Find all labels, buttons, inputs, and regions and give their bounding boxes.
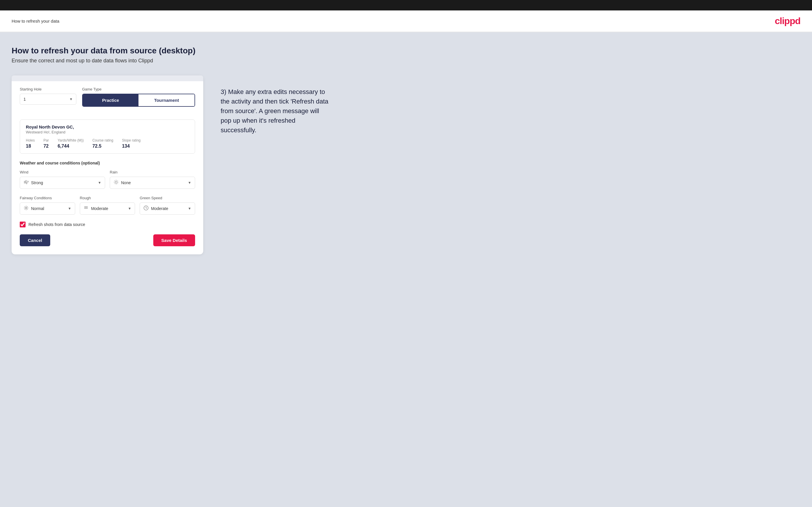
game-type-group: Game Type Practice Tournament xyxy=(82,87,195,107)
refresh-checkbox-label: Refresh shots from data source xyxy=(29,222,85,227)
side-text-content: 3) Make any extra edits necessary to the… xyxy=(221,87,331,135)
wind-icon xyxy=(23,179,29,186)
wind-value: Strong xyxy=(31,180,98,185)
top-form-row: Starting Hole 1 2 10 ▼ Game Type Practic… xyxy=(20,87,195,113)
rain-icon xyxy=(113,179,119,186)
course-rating-label: Course rating xyxy=(92,138,113,143)
rain-value: None xyxy=(121,180,188,185)
practice-button[interactable]: Practice xyxy=(83,94,139,106)
course-location: Westward Ho!, England xyxy=(26,130,189,134)
starting-hole-label: Starting Hole xyxy=(20,87,77,91)
rain-group: Rain None ▼ xyxy=(110,170,195,189)
wind-chevron-icon: ▼ xyxy=(98,181,101,185)
slope-rating-stat: Slope rating 134 xyxy=(122,138,141,149)
fairway-label: Fairway Conditions xyxy=(20,196,75,200)
tournament-button[interactable]: Tournament xyxy=(139,94,195,106)
holes-stat: Holes 18 xyxy=(26,138,35,149)
wind-rain-row: Wind Strong ▼ Rain No xyxy=(20,170,195,189)
card-stub xyxy=(12,75,203,81)
fairway-icon xyxy=(23,205,29,212)
holes-label: Holes xyxy=(26,138,35,143)
fairway-group: Fairway Conditions Normal ▼ xyxy=(20,196,75,215)
refresh-checkbox[interactable] xyxy=(20,222,26,227)
header-title: How to refresh your data xyxy=(12,18,59,23)
starting-hole-select-wrapper: 1 2 10 ▼ xyxy=(20,94,77,105)
par-label: Par xyxy=(44,138,49,143)
course-info-card: Royal North Devon GC, Westward Ho!, Engl… xyxy=(20,119,195,154)
green-speed-chevron-icon: ▼ xyxy=(188,207,191,211)
rough-icon xyxy=(84,205,89,212)
conditions-3-row: Fairway Conditions Normal ▼ Rough xyxy=(20,196,195,215)
svg-point-0 xyxy=(115,181,117,183)
yards-label: Yards/White (M)) xyxy=(57,138,84,143)
logo-text: clippd xyxy=(775,16,800,26)
holes-value: 18 xyxy=(26,144,35,149)
starting-hole-group: Starting Hole 1 2 10 ▼ xyxy=(20,87,77,107)
rough-value: Moderate xyxy=(91,206,128,211)
rain-label: Rain xyxy=(110,170,195,174)
svg-point-9 xyxy=(26,207,27,209)
yards-stat: Yards/White (M)) 6,744 xyxy=(57,138,84,149)
wind-group: Wind Strong ▼ xyxy=(20,170,105,189)
top-bar xyxy=(0,0,812,10)
green-speed-select[interactable]: Moderate ▼ xyxy=(140,203,195,215)
course-rating-value: 72.5 xyxy=(92,144,113,149)
course-stats: Holes 18 Par 72 Yards/White (M)) 6,744 C… xyxy=(26,138,189,149)
fairway-chevron-icon: ▼ xyxy=(68,207,71,211)
rain-chevron-icon: ▼ xyxy=(188,181,191,185)
slope-rating-label: Slope rating xyxy=(122,138,141,143)
page-subheading: Ensure the correct and most up to date d… xyxy=(12,58,800,64)
fairway-value: Normal xyxy=(31,206,68,211)
yards-value: 6,744 xyxy=(57,144,84,149)
cancel-button[interactable]: Cancel xyxy=(20,234,50,246)
game-type-toggle: Practice Tournament xyxy=(82,94,195,107)
par-value: 72 xyxy=(44,144,49,149)
fairway-select[interactable]: Normal ▼ xyxy=(20,203,75,215)
rough-select[interactable]: Moderate ▼ xyxy=(80,203,135,215)
main-content: How to refresh your data from source (de… xyxy=(0,32,812,507)
green-speed-label: Green Speed xyxy=(140,196,195,200)
course-rating-stat: Course rating 72.5 xyxy=(92,138,113,149)
refresh-checkbox-row: Refresh shots from data source xyxy=(20,222,195,227)
rough-label: Rough xyxy=(80,196,135,200)
logo: clippd xyxy=(775,16,800,26)
rough-group: Rough Moderate ▼ xyxy=(80,196,135,215)
form-card: Starting Hole 1 2 10 ▼ Game Type Practic… xyxy=(12,75,203,255)
par-stat: Par 72 xyxy=(44,138,49,149)
green-speed-group: Green Speed Moderate ▼ xyxy=(140,196,195,215)
side-text: 3) Make any extra edits necessary to the… xyxy=(221,75,331,135)
form-actions: Cancel Save Details xyxy=(20,234,195,246)
page-heading: How to refresh your data from source (de… xyxy=(12,46,800,55)
svg-line-8 xyxy=(117,180,118,181)
save-button[interactable]: Save Details xyxy=(153,234,195,246)
content-area: Starting Hole 1 2 10 ▼ Game Type Practic… xyxy=(12,75,800,255)
rough-chevron-icon: ▼ xyxy=(128,207,131,211)
svg-line-3 xyxy=(114,180,115,181)
game-type-label: Game Type xyxy=(82,87,195,91)
rain-select[interactable]: None ▼ xyxy=(110,177,195,189)
starting-hole-select[interactable]: 1 2 10 xyxy=(20,94,77,105)
green-speed-value: Moderate xyxy=(151,206,188,211)
slope-rating-value: 134 xyxy=(122,144,141,149)
wind-label: Wind xyxy=(20,170,105,174)
wind-select[interactable]: Strong ▼ xyxy=(20,177,105,189)
conditions-title: Weather and course conditions (optional) xyxy=(20,161,195,165)
header: How to refresh your data clippd xyxy=(0,10,812,32)
green-speed-icon xyxy=(143,205,149,212)
course-name: Royal North Devon GC, xyxy=(26,124,189,129)
